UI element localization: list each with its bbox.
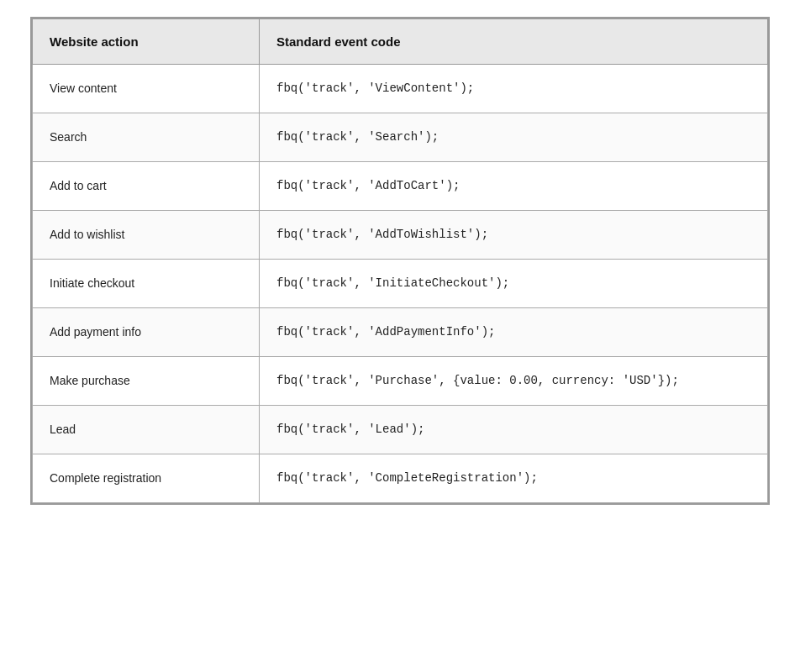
cell-website-action: Search (33, 113, 260, 162)
cell-event-code: fbq('track', 'AddToWishlist'); (260, 211, 768, 260)
cell-website-action: Complete registration (33, 454, 260, 503)
cell-event-code: fbq('track', 'Lead'); (260, 406, 768, 454)
table-row: Add payment infofbq('track', 'AddPayment… (33, 308, 768, 357)
column-header-event-code: Standard event code (260, 19, 768, 65)
table-row: View contentfbq('track', 'ViewContent'); (33, 65, 768, 113)
cell-event-code: fbq('track', 'Search'); (260, 113, 768, 162)
table-header-row: Website action Standard event code (33, 19, 768, 65)
column-header-website-action: Website action (33, 19, 260, 65)
cell-website-action: Add payment info (33, 308, 260, 357)
cell-website-action: View content (33, 65, 260, 113)
table-row: Leadfbq('track', 'Lead'); (33, 406, 768, 454)
table-row: Complete registrationfbq('track', 'Compl… (33, 454, 768, 503)
event-code-table: Website action Standard event code View … (30, 17, 770, 505)
cell-website-action: Initiate checkout (33, 260, 260, 308)
cell-event-code: fbq('track', 'CompleteRegistration'); (260, 454, 768, 503)
cell-event-code: fbq('track', 'ViewContent'); (260, 65, 768, 113)
cell-event-code: fbq('track', 'InitiateCheckout'); (260, 260, 768, 308)
table-row: Initiate checkoutfbq('track', 'InitiateC… (33, 260, 768, 308)
cell-website-action: Lead (33, 406, 260, 454)
cell-event-code: fbq('track', 'Purchase', {value: 0.00, c… (260, 357, 768, 406)
table-row: Add to wishlistfbq('track', 'AddToWishli… (33, 211, 768, 260)
table-row: Searchfbq('track', 'Search'); (33, 113, 768, 162)
cell-website-action: Add to cart (33, 162, 260, 211)
cell-website-action: Make purchase (33, 357, 260, 406)
cell-event-code: fbq('track', 'AddToCart'); (260, 162, 768, 211)
cell-event-code: fbq('track', 'AddPaymentInfo'); (260, 308, 768, 357)
table-row: Add to cartfbq('track', 'AddToCart'); (33, 162, 768, 211)
table-row: Make purchasefbq('track', 'Purchase', {v… (33, 357, 768, 406)
cell-website-action: Add to wishlist (33, 211, 260, 260)
